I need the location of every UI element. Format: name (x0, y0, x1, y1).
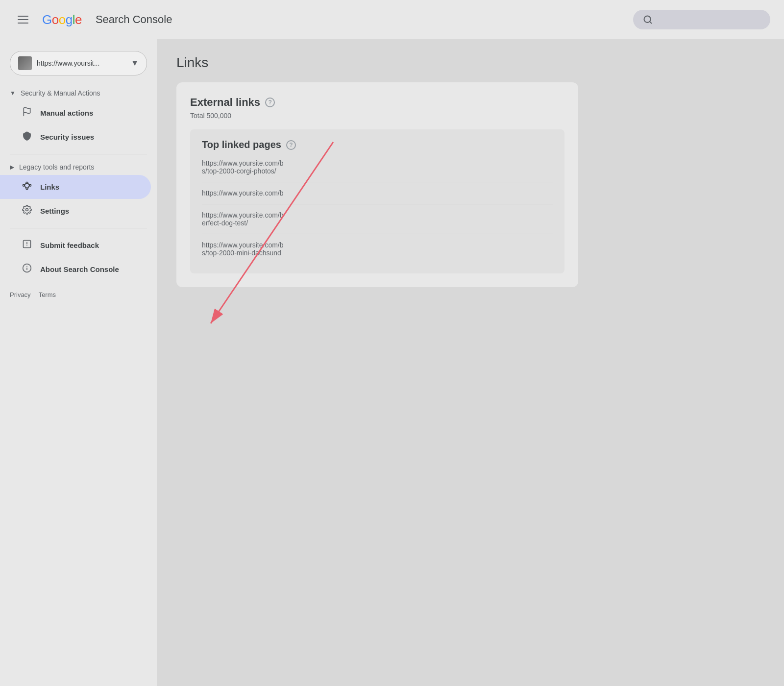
sidebar: https://www.yoursit... ▼ ▼ Security & Ma… (0, 39, 157, 686)
external-links-help-icon[interactable]: ? (265, 98, 275, 107)
info-icon (22, 263, 32, 275)
svg-line-9 (28, 183, 29, 185)
external-links-total: Total 500,000 (190, 112, 564, 120)
sidebar-item-links[interactable]: Links (0, 175, 151, 199)
sidebar-item-security-issues[interactable]: Security issues (0, 125, 151, 149)
top-linked-pages-title: Top linked pages ? (202, 139, 553, 150)
svg-line-1 (650, 22, 652, 24)
list-item: https://www.yoursite.com/b erfect-dog-te… (202, 204, 553, 234)
top-linked-pages-card: Top linked pages ? https://www.yoursite.… (190, 129, 564, 273)
expand-arrow-icon: ▼ (10, 90, 16, 97)
search-icon (643, 15, 653, 24)
privacy-link[interactable]: Privacy (10, 291, 31, 298)
legacy-tools-label: Legacy tools and reports (19, 163, 94, 171)
submit-feedback-label: Submit feedback (40, 241, 99, 249)
site-selector[interactable]: https://www.yoursit... ▼ (10, 51, 147, 75)
about-label: About Search Console (40, 265, 119, 273)
flag-icon (22, 107, 32, 119)
main-content: Links External links ? Total 500,000 Top… (157, 39, 784, 686)
page-title: Links (176, 55, 764, 71)
sidebar-item-settings[interactable]: Settings (0, 199, 151, 223)
svg-line-8 (24, 185, 26, 189)
chevron-down-icon: ▼ (131, 59, 139, 68)
search-bar[interactable] (633, 10, 770, 29)
security-issues-label: Security issues (40, 133, 94, 141)
list-item: https://www.yoursite.com/b s/top-2000-mi… (202, 234, 553, 264)
svg-line-10 (28, 185, 29, 189)
app-header: Google Search Console (0, 0, 784, 39)
svg-line-7 (24, 183, 26, 185)
site-url-label: https://www.yoursit... (37, 59, 126, 67)
settings-label: Settings (40, 207, 69, 215)
list-item: https://www.yoursite.com/b (202, 182, 553, 204)
top-linked-help-icon[interactable]: ? (286, 140, 296, 150)
site-favicon (18, 56, 32, 70)
hamburger-menu-button[interactable] (14, 12, 32, 27)
section-label: Security & Manual Actions (21, 89, 100, 97)
collapse-arrow-icon: ▶ (10, 164, 14, 171)
divider-1 (10, 154, 147, 154)
divider-2 (10, 228, 147, 228)
shield-icon (22, 131, 32, 143)
links-label: Links (40, 183, 59, 191)
list-item: https://www.yoursite.com/b s/top-2000-co… (202, 152, 553, 182)
manual-actions-label: Manual actions (40, 109, 93, 117)
sidebar-item-about[interactable]: About Search Console (0, 257, 151, 281)
sidebar-item-manual-actions[interactable]: Manual actions (0, 101, 151, 125)
main-layout: https://www.yoursit... ▼ ▼ Security & Ma… (0, 39, 784, 686)
terms-link[interactable]: Terms (39, 291, 56, 298)
external-links-title: External links ? (190, 96, 564, 109)
feedback-icon (22, 239, 32, 251)
security-manual-actions-header[interactable]: ▼ Security & Manual Actions (0, 85, 157, 101)
google-logo: Google (42, 12, 82, 27)
app-title: Search Console (96, 13, 172, 26)
footer-links: Privacy Terms (0, 281, 157, 308)
svg-point-11 (26, 209, 28, 211)
links-card: External links ? Total 500,000 Top linke… (176, 82, 578, 287)
legacy-tools-header[interactable]: ▶ Legacy tools and reports (0, 159, 157, 175)
links-icon (22, 181, 32, 193)
sidebar-item-submit-feedback[interactable]: Submit feedback (0, 233, 151, 257)
gear-icon (22, 205, 32, 217)
